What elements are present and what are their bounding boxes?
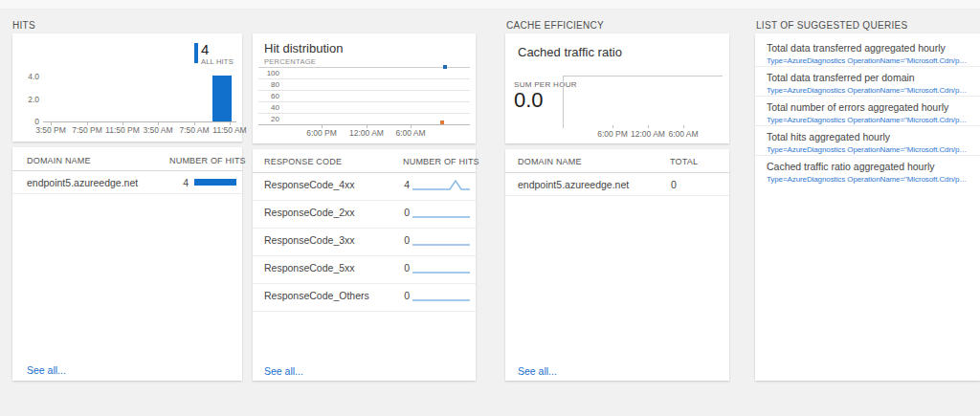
value-cell: 0 — [387, 207, 410, 218]
query-item[interactable]: Total hits aggregated hourly Type=AzureD… — [755, 126, 980, 156]
legend-label: ALL HITS — [201, 57, 234, 66]
code-cell: ResponseCode_3xx — [264, 234, 355, 246]
value-cell: 0 — [387, 290, 410, 301]
section-header-cache-efficiency: CACHE EFFICIENCY — [506, 20, 604, 31]
domain-cell: endpoint5.azureedge.net — [518, 179, 629, 190]
gridline-60 — [258, 90, 470, 91]
suggested-queries-tile: Total data transferred aggregated hourly… — [755, 33, 980, 381]
y-tick-60: 60 — [260, 92, 279, 100]
gridline-80 — [258, 78, 470, 79]
data-point-100pct — [443, 65, 447, 69]
top-strip — [0, 0, 980, 10]
query-text: Type=AzureDiagnostics OperationName="Mic… — [767, 175, 969, 184]
code-cell: ResponseCode_Others — [264, 290, 369, 301]
y-tick-80: 80 — [260, 80, 279, 89]
query-title: Total data transferred per domain — [767, 72, 969, 83]
x-tick: 12:00 AM — [631, 129, 665, 139]
domain-cell: endpoint5.azureedge.net — [27, 177, 138, 188]
value-cell: 0 — [387, 234, 410, 246]
x-tick: 6:00 AM — [668, 129, 698, 139]
query-text: Type=AzureDiagnostics OperationName="Mic… — [767, 56, 969, 65]
value-cell: 4 — [387, 179, 410, 190]
query-item[interactable]: Total data transferred aggregated hourly… — [755, 37, 980, 67]
value-cell: 0 — [387, 262, 410, 274]
gridline-40 — [258, 101, 470, 102]
y-tick-2: 2.0 — [16, 95, 39, 104]
x-tickmark — [683, 125, 684, 128]
query-title: Total number of errors aggregated hourly — [767, 101, 969, 113]
header-rule — [253, 172, 476, 173]
cached-traffic-ratio-tile[interactable]: Cached traffic ratio SUM PER HOUR 0.0 6:… — [505, 33, 729, 143]
sparkline-flat — [412, 290, 472, 303]
y-tick-100: 100 — [260, 69, 279, 77]
y-tick-4: 4.0 — [16, 72, 39, 81]
x-axis — [258, 124, 470, 125]
query-item[interactable]: Cached traffic ratio aggregated hourly T… — [755, 156, 980, 186]
row-rule — [12, 193, 242, 194]
sparkline-flat — [412, 262, 472, 275]
cache-efficiency-table-tile: DOMAIN NAME TOTAL endpoint5.azureedge.ne… — [505, 149, 729, 381]
sparkline-spike — [412, 179, 472, 192]
row-rule — [253, 311, 476, 312]
sparkline-flat — [412, 207, 472, 220]
query-item[interactable]: Total data transferred per domain Type=A… — [755, 67, 980, 97]
col-header-total: TOTAL — [670, 157, 698, 166]
legend-swatch — [194, 43, 198, 63]
x-tickmark — [612, 125, 613, 128]
x-axis — [43, 121, 236, 122]
query-title: Total hits aggregated hourly — [767, 131, 969, 142]
gridline-20 — [258, 113, 470, 114]
x-tick: 12:00 AM — [349, 128, 384, 138]
col-header-response-code: RESPONSE CODE — [264, 157, 342, 166]
hit-distribution-tile[interactable]: Hit distribution PERCENTAGE 100 80 60 40… — [253, 33, 476, 143]
x-tick: 11:50 PM — [105, 125, 140, 135]
x-tick: 7:50 PM — [72, 125, 102, 135]
x-tick: 6:00 AM — [395, 128, 425, 138]
query-item[interactable]: Total number of errors aggregated hourly… — [755, 97, 980, 126]
query-title: Total data transferred aggregated hourly — [767, 42, 969, 54]
x-tick: 6:00 PM — [306, 128, 337, 138]
hits-bar — [212, 76, 232, 121]
hits-chart-tile[interactable]: 4 ALL HITS 4.0 2.0 0 3:50 PM 7:50 PM 11:… — [12, 33, 242, 142]
x-tick: 7:50 AM — [179, 125, 209, 135]
query-text: Type=AzureDiagnostics OperationName="Mic… — [767, 116, 969, 124]
value-cell: 4 — [166, 177, 189, 188]
response-code-table-tile: RESPONSE CODE NUMBER OF HITS ResponseCod… — [253, 149, 476, 381]
code-cell: ResponseCode_5xx — [264, 262, 355, 274]
chart-subtitle: PERCENTAGE — [264, 57, 316, 66]
code-cell: ResponseCode_4xx — [264, 179, 355, 190]
sparkline-flat — [412, 234, 472, 248]
query-title: Cached traffic ratio aggregated hourly — [767, 161, 969, 172]
plot-frame — [563, 76, 723, 128]
row-rule — [253, 283, 476, 284]
col-header-domain: DOMAIN NAME — [27, 156, 91, 165]
query-text: Type=AzureDiagnostics OperationName="Mic… — [767, 86, 969, 95]
row-rule — [505, 195, 729, 196]
header-rule — [505, 172, 729, 173]
code-cell: ResponseCode_2xx — [264, 207, 355, 218]
row-rule — [253, 228, 476, 229]
x-tick: 11:50 AM — [212, 125, 246, 135]
hits-domain-table-tile: DOMAIN NAME NUMBER OF HITS endpoint5.azu… — [12, 147, 242, 381]
row-rule — [253, 255, 476, 256]
value-cell: 0 — [671, 179, 677, 190]
x-tickmark — [648, 125, 649, 128]
y-tick-20: 20 — [260, 115, 279, 123]
see-all-link[interactable]: See all... — [518, 365, 557, 377]
y-tick-40: 40 — [260, 103, 279, 112]
x-tick: 3:50 PM — [35, 125, 66, 135]
section-header-suggested-queries: LIST OF SUGGESTED QUERIES — [756, 20, 907, 31]
section-header-hits: HITS — [12, 20, 35, 31]
legend-value: 4 — [201, 41, 209, 57]
metric-value: 0.0 — [514, 88, 544, 113]
col-header-number-of-hits: NUMBER OF HITS — [169, 156, 246, 165]
query-text: Type=AzureDiagnostics OperationName="Mic… — [767, 145, 969, 154]
value-bar — [194, 179, 236, 186]
chart-title: Hit distribution — [264, 41, 343, 55]
chart-title: Cached traffic ratio — [518, 45, 622, 59]
gridline-100 — [258, 67, 470, 68]
see-all-link[interactable]: See all... — [27, 364, 66, 376]
data-point-0pct — [440, 120, 444, 124]
see-all-link[interactable]: See all... — [264, 365, 303, 377]
x-tick: 3:50 AM — [143, 125, 172, 135]
